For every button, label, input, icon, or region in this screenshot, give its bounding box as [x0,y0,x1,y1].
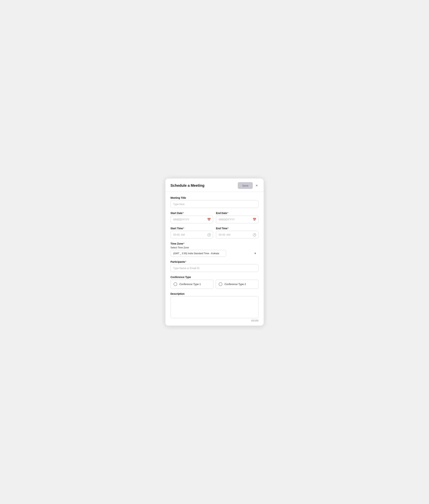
timezone-sublabel: Select Time Zone [170,246,259,249]
close-button[interactable]: × [255,183,259,188]
conference-type-1-option[interactable]: Conference Type 1 [170,280,214,289]
modal-body: Meeting Title Start Date* 📅 End Date* [165,192,264,326]
meeting-title-input[interactable] [170,200,259,208]
conference-type-1-label: Conference Type 1 [179,283,201,286]
modal-header: Schedule a Meeting Save × [165,179,264,192]
end-time-label: End Time* [216,227,259,230]
header-actions: Save × [238,182,259,189]
end-time-input-wrapper: 🕐 [216,231,259,239]
conference-type-group: Conference Type Conference Type 1 Confer… [170,276,259,289]
start-time-input-wrapper: 🕐 [170,231,213,239]
start-time-group: Start Time* 🕐 [170,227,213,239]
participants-label: Participants* [170,260,259,263]
timezone-wrapper: (GMT _ 5:30) India Standard Time - Kolka… [170,250,259,257]
start-date-label: Start Date* [170,212,213,215]
end-time-input[interactable] [216,231,259,239]
conference-options: Conference Type 1 Conference Type 2 [170,280,259,289]
start-date-input-wrapper: 📅 [170,216,213,223]
end-date-input-wrapper: 📅 [216,216,259,223]
meeting-title-group: Meeting Title [170,196,259,208]
chevron-down-icon: ▼ [254,252,256,255]
description-group: Description [170,292,259,318]
start-time-input[interactable] [170,231,213,239]
timezone-label: Time Zone* [170,242,259,245]
participants-input[interactable] [170,264,259,272]
end-date-input[interactable] [216,216,259,223]
start-time-label: Start Time* [170,227,213,230]
start-date-input[interactable] [170,216,213,223]
end-time-group: End Time* 🕐 [216,227,259,239]
conference-type-label: Conference Type [170,276,259,278]
start-date-group: Start Date* 📅 [170,212,213,223]
conference-type-2-option[interactable]: Conference Type 2 [215,280,259,289]
description-label: Description [170,292,259,295]
participants-group: Participants* [170,260,259,272]
radio-type-1 [174,282,177,286]
end-date-label: End Date* [216,212,259,215]
description-textarea[interactable] [170,296,259,318]
date-row: Start Date* 📅 End Date* 📅 [170,212,259,223]
conference-type-2-label: Conference Type 2 [224,283,246,286]
schedule-meeting-modal: Schedule a Meeting Save × Meeting Title … [165,179,264,326]
timezone-group: Time Zone* Select Time Zone (GMT _ 5:30)… [170,242,259,257]
save-button[interactable]: Save [238,182,253,189]
time-row: Start Time* 🕐 End Time* 🕐 [170,227,259,239]
radio-type-2 [219,282,222,286]
char-count: 92/155 [170,319,259,322]
meeting-title-label: Meeting Title [170,196,259,199]
modal-title: Schedule a Meeting [170,183,205,188]
end-date-group: End Date* 📅 [216,212,259,223]
timezone-select[interactable]: (GMT _ 5:30) India Standard Time - Kolka… [170,250,226,257]
